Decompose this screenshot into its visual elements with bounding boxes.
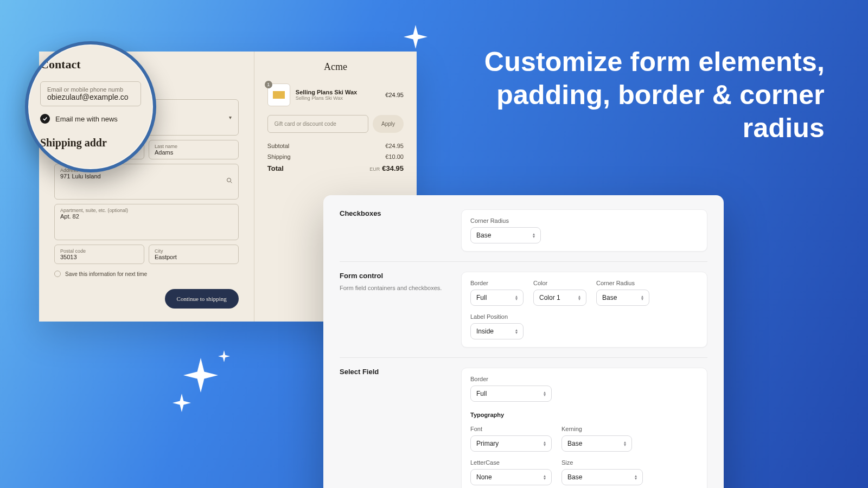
label-position-select[interactable]: Inside ▴▾ (470, 323, 524, 339)
save-info-label: Save this information for next time (65, 271, 147, 277)
sparkle-icon (218, 350, 230, 362)
control-label: Border (470, 376, 698, 382)
stepper-icon: ▴▾ (544, 441, 546, 446)
check-circle-icon (40, 114, 50, 124)
cart-item: 1 Selling Plans Ski Wax Selling Plans Sk… (267, 84, 404, 106)
field-value: Adams (155, 149, 233, 156)
city-field[interactable]: City Eastport (149, 245, 239, 264)
control-label: Kerning (561, 426, 632, 432)
field-value: Apt. 82 (60, 213, 233, 220)
search-icon (226, 177, 233, 186)
border-select[interactable]: Full ▴▾ (470, 386, 552, 402)
corner-radius-select[interactable]: Base ▴▾ (596, 290, 649, 306)
section-title: Checkboxes (340, 209, 448, 217)
font-select[interactable]: Primary ▴▾ (470, 435, 552, 452)
headline-text: Customize form elements, padding, border… (456, 46, 825, 145)
stepper-icon: ▴▾ (641, 295, 643, 300)
discount-code-input[interactable]: Gift card or discount code (267, 115, 368, 133)
sparkle-icon (173, 394, 191, 412)
stepper-icon: ▴▾ (533, 233, 535, 238)
section-title: Form control (340, 272, 448, 280)
brand-title: Acme (267, 61, 404, 73)
control-label: LetterCase (470, 459, 552, 466)
checkboxes-section: Checkboxes Corner Radius Base ▴▾ (340, 209, 707, 261)
shipping-heading: Shipping addr (40, 137, 141, 149)
cart-item-sub: Selling Plans Ski Wax (296, 95, 380, 101)
field-value: Eastport (155, 254, 233, 260)
cart-item-name: Selling Plans Ski Wax (296, 89, 380, 95)
stepper-icon: ▴▾ (515, 329, 518, 334)
field-label: Email or mobile phone numb (47, 86, 134, 93)
stepper-icon: ▴▾ (544, 474, 546, 480)
cart-item-price: €24.95 (385, 92, 404, 98)
svg-point-0 (227, 178, 231, 182)
size-select[interactable]: Base ▴▾ (561, 469, 643, 485)
continue-shipping-button[interactable]: Continue to shipping (165, 289, 239, 309)
contact-heading: Contact (40, 57, 141, 72)
cart-qty-badge: 1 (265, 81, 272, 88)
control-label: Color (533, 280, 586, 286)
field-value: obiezulauf@example.co (47, 93, 134, 101)
settings-panel: Checkboxes Corner Radius Base ▴▾ Form co… (323, 195, 724, 488)
total-row: Total EUR€34.95 (267, 164, 404, 172)
stepper-icon: ▴▾ (635, 474, 637, 480)
select-field-section: Select Field Border Full ▴▾ Typography F… (340, 357, 707, 488)
email-field[interactable]: Email or mobile phone numb obiezulauf@ex… (40, 81, 141, 106)
field-label: Apartment, suite, etc. (optional) (60, 208, 233, 213)
field-label: Last name (155, 144, 233, 149)
form-control-section: Form control Form field containers and c… (340, 261, 707, 357)
subtotal-row: Subtotal €24.95 (267, 143, 404, 149)
control-label: Corner Radius (470, 217, 698, 224)
control-label: Font (470, 426, 552, 432)
cart-thumbnail: 1 (267, 84, 290, 106)
field-label: Postal code (60, 248, 138, 254)
group-label: Typography (470, 412, 698, 418)
control-label: Corner Radius (596, 280, 649, 286)
color-select[interactable]: Color 1 ▴▾ (533, 290, 586, 306)
border-select[interactable]: Full ▴▾ (470, 290, 524, 306)
news-label: Email me with news (55, 115, 118, 123)
apt-field[interactable]: Apartment, suite, etc. (optional) Apt. 8… (54, 204, 239, 240)
corner-radius-select[interactable]: Base ▴▾ (470, 227, 541, 243)
svg-line-1 (230, 182, 232, 183)
news-checkbox[interactable]: Email me with news (40, 114, 141, 124)
section-description: Form field containers and checkboxes. (340, 284, 448, 292)
last-name-field[interactable]: Last name Adams (149, 140, 239, 159)
field-value: 35013 (60, 254, 138, 260)
magnifier-overlay: Contact Email or mobile phone numb obiez… (25, 41, 156, 172)
control-label: Size (561, 459, 643, 466)
section-title: Select Field (340, 368, 448, 376)
control-label: Label Position (470, 313, 524, 320)
kerning-select[interactable]: Base ▴▾ (561, 435, 632, 452)
sparkle-icon (183, 358, 218, 393)
apply-button[interactable]: Apply (373, 115, 404, 133)
postal-field[interactable]: Postal code 35013 (54, 245, 144, 264)
stepper-icon: ▴▾ (624, 441, 626, 446)
shipping-row: Shipping €10.00 (267, 153, 404, 160)
stepper-icon: ▴▾ (578, 295, 580, 300)
control-label: Border (470, 280, 524, 286)
field-value: 971 Lulu Island (60, 173, 233, 179)
field-label: City (155, 248, 233, 254)
stepper-icon: ▴▾ (544, 391, 546, 396)
chevron-down-icon: ▾ (229, 114, 232, 120)
lettercase-select[interactable]: None ▴▾ (470, 469, 552, 485)
stepper-icon: ▴▾ (515, 295, 518, 300)
radio-icon (54, 271, 61, 277)
sparkle-icon (404, 25, 427, 49)
save-info-checkbox[interactable]: Save this information for next time (54, 271, 239, 277)
